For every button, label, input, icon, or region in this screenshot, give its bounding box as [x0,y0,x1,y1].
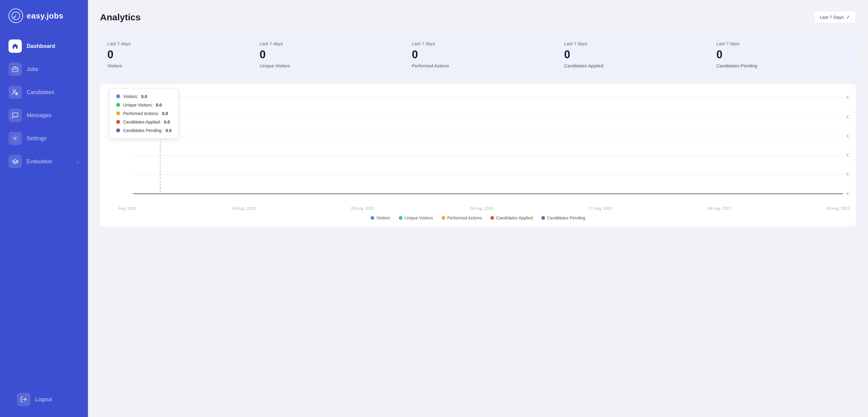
x-label-3: 26 Aug, 2023 [470,206,493,211]
tooltip-row-applied: Candidates Applied: 0.0 [116,120,172,124]
nav-icon-box-settings [8,132,22,145]
sidebar-item-label-settings: Settings [27,136,80,142]
legend-dot-actions [442,216,445,220]
svg-text:0.0: 0.0 [846,114,850,119]
tooltip-dot-visitors [116,94,120,98]
stat-period-unique: Last 7 days [259,41,392,46]
sidebar-item-candidates[interactable]: Candidates [0,81,88,104]
legend-item-visitors: Visitors [371,215,390,220]
sidebar-logo: i easy.jobs [0,0,88,32]
svg-text:0.0: 0.0 [846,153,850,157]
sidebar-item-settings[interactable]: Settings [0,127,88,150]
analytics-header: Analytics Last 7 Days ✓ [100,11,856,23]
legend-label-applied: Candidates Applied [496,215,533,220]
stat-period-pending: Last 7 days [716,41,848,46]
stat-card-performed-actions: Last 7 days 0 Performed Actions [405,32,551,75]
stat-period-visitors: Last 7 days [107,41,240,46]
stats-row: Last 7 days 0 Visitors Last 7 days 0 Uni… [100,32,856,75]
stat-label-actions: Performed Actions [412,63,544,68]
tooltip-row-visitors: Visitors: 0.0 [116,94,172,99]
tooltip-label-pending: Candidates Pending: [123,128,162,133]
chart-container: Visitors: 0.0 Unique Visitors: 0.0 Perfo… [100,84,856,227]
nav-icon-box-dashboard [8,39,22,53]
sidebar-logout: Logout [0,382,88,417]
x-label-2: 25 Aug, 2023 [351,206,374,211]
svg-text:0.0: 0.0 [846,172,850,177]
logo-icon: i [8,8,23,23]
svg-rect-3 [12,68,18,71]
tooltip-row-pending: Candidates Pending: 0.0 [116,128,172,133]
legend-item-actions: Performed Actions [442,215,482,220]
svg-text:i: i [15,13,17,18]
svg-text:0.0: 0.0 [846,191,850,196]
logout-label: Logout [35,396,71,403]
tooltip-label-visitors: Visitors: [123,94,138,99]
stat-value-applied: 0 [564,49,696,61]
svg-text:0.0: 0.0 [846,133,850,138]
sidebar-nav: Dashboard Jobs Candidates Messages [0,32,88,382]
stat-value-pending: 0 [716,49,848,61]
chart-svg-area[interactable]: 0.0 0.0 0.0 0.0 0.0 0.0 [106,94,850,204]
sidebar-item-label-dashboard: Dashboard [27,43,80,50]
chart-legend: Visitors Unique Visitors Performed Actio… [106,215,850,220]
stat-card-candidates-pending: Last 7 days 0 Candidates Pending [709,32,856,75]
stat-card-unique-visitors: Last 7 days 0 Unique Visitors [252,32,399,75]
stat-card-visitors: Last 7 days 0 Visitors [100,32,247,75]
legend-dot-pending [541,216,545,220]
svg-text:0.0: 0.0 [846,95,850,100]
logout-button[interactable]: Logout [8,388,80,411]
nav-icon-box-messages [8,109,22,122]
page-title: Analytics [100,12,141,23]
stat-period-applied: Last 7 days [564,41,696,46]
svg-point-7 [14,138,16,139]
x-label-0: Aug, 2023 [118,206,136,211]
sidebar-item-jobs[interactable]: Jobs [0,58,88,81]
stat-label-applied: Candidates Applied [564,63,696,68]
legend-label-actions: Performed Actions [447,215,482,220]
chevron-down-icon: ⌄ [76,159,80,164]
chart-x-labels: Aug, 2023 24 Aug, 2023 25 Aug, 2023 26 A… [106,204,850,211]
legend-item-unique: Unique Visitors [399,215,433,220]
tooltip-label-actions: Performed Actions: [123,111,159,116]
sidebar-item-label-messages: Messages [27,112,80,119]
legend-label-pending: Candidates Pending [547,215,585,220]
legend-dot-unique [399,216,402,220]
svg-point-2 [13,17,15,18]
tooltip-dot-applied [116,120,120,124]
checkmark-icon: ✓ [846,14,850,20]
x-label-5: 28 Aug, 2023 [708,206,731,211]
tooltip-label-unique: Unique Visitors: [123,102,153,108]
stat-period-actions: Last 7 days [412,41,544,46]
sidebar: i easy.jobs Dashboard Jobs Candidates [0,0,88,417]
nav-icon-box-evaluation [8,155,22,168]
nav-icon-box-jobs [8,62,22,76]
sidebar-item-label-jobs: Jobs [27,66,80,72]
stat-value-actions: 0 [412,49,544,61]
tooltip-value-unique: 0.0 [156,102,162,108]
date-filter-label: Last 7 Days [820,14,844,20]
tooltip-dot-actions [116,111,120,115]
x-label-6: 29 Aug, 2023 [827,206,850,211]
tooltip-value-applied: 0.0 [164,120,170,124]
tooltip-value-pending: 0.0 [165,128,172,133]
svg-point-5 [13,90,16,92]
nav-icon-box-candidates [8,86,22,99]
legend-label-unique: Unique Visitors [405,215,433,220]
stat-value-visitors: 0 [107,49,240,61]
tooltip-dot-unique [116,103,120,107]
tooltip-label-applied: Candidates Applied: [123,120,161,124]
date-filter-button[interactable]: Last 7 Days ✓ [814,11,856,23]
sidebar-item-label-candidates: Candidates [27,89,80,96]
legend-dot-visitors [371,216,374,220]
legend-item-pending: Candidates Pending [541,215,585,220]
chart-tooltip: Visitors: 0.0 Unique Visitors: 0.0 Perfo… [109,88,178,139]
stat-label-unique: Unique Visitors [259,63,392,68]
sidebar-item-dashboard[interactable]: Dashboard [0,35,88,58]
sidebar-item-messages[interactable]: Messages [0,104,88,127]
tooltip-row-actions: Performed Actions: 0.0 [116,111,172,116]
legend-item-applied: Candidates Applied [490,215,533,220]
tooltip-value-visitors: 0.0 [141,94,147,99]
nav-icon-box-logout [17,393,30,406]
sidebar-item-evaluation[interactable]: Evaluation ⌄ [0,150,88,173]
stat-card-candidates-applied: Last 7 days 0 Candidates Applied [557,32,704,75]
